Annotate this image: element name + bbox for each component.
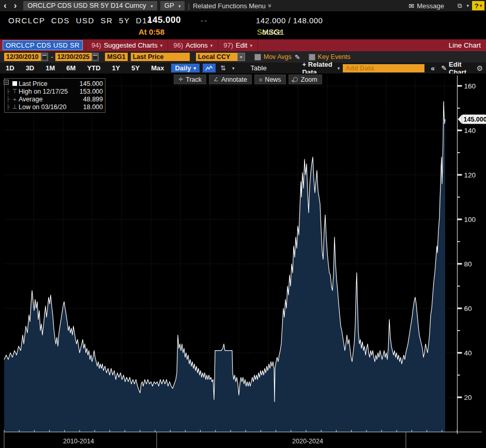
legend-value: 48.899 [83,96,103,103]
menu-item-edit[interactable]: 97)Edit▾ [218,39,258,51]
chevron-down-icon: ▾ [178,4,181,9]
period-button-ytd[interactable]: YTD [81,64,106,72]
menu-item-label: Suggested Charts [104,41,158,49]
back-icon[interactable]: ‹ [0,1,10,11]
period-button-1y[interactable]: 1Y [106,64,126,72]
chevron-down-icon: ▾ [250,43,252,48]
date-from-field[interactable]: 12/30/2010 [4,53,41,61]
chart-settings-row: 12/30/2010 - 12/30/2025 MSG1 Last Price … [0,51,486,63]
line-chart-type-button[interactable] [203,64,216,72]
chevron-down-icon[interactable]: ▾ [466,3,469,8]
y-tick-label: 20 [464,394,472,401]
avg-marker-icon: + [13,96,16,102]
table-button[interactable]: Table [245,64,272,72]
add-data-input[interactable] [343,64,424,72]
calendar-icon[interactable] [41,53,48,61]
bid-ask: 142.000 / 148.000 [256,16,323,25]
chevron-down-icon: ▾ [160,43,163,48]
period-button-6m[interactable]: 6M [60,64,81,72]
menu-item-label: Edit [236,41,247,49]
high-marker-icon: ⊤ [12,88,18,94]
key-events-checkbox[interactable] [309,54,315,61]
menu-item-number: 96) [173,41,183,49]
chevron-down-icon: ▾ [480,3,482,8]
collapse-legend-icon[interactable]: – [4,80,9,85]
menu-item-label: Actions [186,41,208,49]
zoom-button[interactable]: Zoom [288,74,322,84]
period-button-1d[interactable]: 1D [0,64,20,72]
frequency-dropdown[interactable]: Daily ▾ [171,64,200,72]
chart-area: 204060801001201401602010-20142020-202414… [0,73,486,448]
message-icon: ✉ [408,2,414,10]
pencil-icon: ✎ [441,64,447,72]
y-tick-label: 120 [464,171,476,179]
flip-axes-icon[interactable]: ⇅ [217,64,229,72]
legend-row-low: ├⊥Low on 03/16/2018.000 [6,103,103,111]
quote-time: At 0:58 [139,27,164,36]
series-swatch [12,81,17,86]
y-tick-label: 100 [464,216,476,223]
gear-icon[interactable]: ⚙ [473,64,486,72]
period-button-max[interactable]: Max [145,64,170,72]
help-icon: ? [475,2,479,10]
chevron-down-icon[interactable]: ▾ [229,64,238,72]
price-field-selector[interactable]: Last Price [131,53,190,61]
legend-row-swatch: Last Price145.000 [6,80,103,87]
currency-selector[interactable]: Local CCY [196,53,237,61]
source-value: MSG1 [262,27,284,36]
collapse-icon[interactable]: « [428,64,438,72]
message-button[interactable]: Message [417,2,444,10]
news-label: News [265,76,281,83]
legend-tree-line: ├ [6,96,11,102]
period-button-1m[interactable]: 1M [40,64,60,72]
period-button-3d[interactable]: 3D [20,64,40,72]
forward-icon[interactable]: › [10,1,21,11]
news-icon: ≡ [259,77,262,83]
last-price-tag-arrow [458,115,462,124]
price-change: -- [201,16,208,25]
help-button[interactable]: ? ▾ [472,1,484,10]
chevron-down-icon[interactable]: ▾ [237,53,245,61]
legend-tree-line: ├ [6,104,11,110]
divider: | [188,2,189,10]
chart-legend[interactable]: – Last Price145.000├⊤High on 12/17/25153… [4,78,105,113]
line-chart-icon [205,65,213,71]
date-range-separator: - [51,53,53,61]
edit-chart-button[interactable]: ✎ Edit Chart [438,64,473,72]
y-tick-label: 160 [464,82,476,90]
key-events-label: Key Events [318,53,351,61]
menu-item-number: 97) [223,41,233,49]
pop-out-icon[interactable]: ⧉ [458,2,462,9]
chart-type-label: Line Chart [449,41,486,49]
pencil-icon[interactable]: ✎ [295,53,300,61]
legend-tree-line: ├ [6,88,11,94]
legend-value: 145.000 [80,80,103,87]
date-to-field[interactable]: 12/30/2025 [55,53,92,61]
y-tick-label: 40 [464,349,472,357]
annotate-button[interactable]: ∠ Annotate [209,74,252,84]
track-button[interactable]: ✛ Track [174,74,206,84]
security-chip[interactable]: ORCLCP CDS USD SR [3,40,83,50]
y-tick-label: 80 [464,260,472,268]
news-button[interactable]: ≡ News [254,74,286,84]
menu-item-actions[interactable]: 96)Actions▾ [168,39,218,51]
menu-item-suggested-charts[interactable]: 94)Suggested Charts▾ [86,39,168,51]
command-label: GP [164,2,174,9]
zoom-label: Zoom [301,76,317,83]
x-section-label: 2020-2024 [292,438,323,445]
chart-action-buttons: ✛ Track ∠ Annotate ≡ News Zoom [174,74,322,84]
source-field[interactable]: MSG1 [105,53,127,61]
calendar-icon[interactable] [92,53,99,61]
legend-value: 153.000 [80,88,103,95]
security-title-dropdown[interactable]: ORCLCP CDS USD SR 5Y D14 Curncy ▾ [23,1,157,10]
related-functions-menu[interactable]: Related Functions Menu » [193,2,272,10]
last-price-tag-value: 145.000 [464,116,486,123]
quote-strip: ORCLCP CDS USD SR 5Y D14 145.000 -- 142.… [0,11,486,39]
double-chevron-down-icon: » [266,4,274,8]
period-button-5y[interactable]: 5Y [126,64,145,72]
window-title: ORCLCP CDS USD SR 5Y D14 Curncy [27,2,146,9]
command-dropdown[interactable]: GP ▾ [160,1,185,10]
window-titlebar: ‹ › ORCLCP CDS USD SR 5Y D14 Curncy ▾ GP… [0,0,486,11]
mov-avgs-checkbox[interactable] [254,54,261,61]
track-label: Track [186,76,202,83]
